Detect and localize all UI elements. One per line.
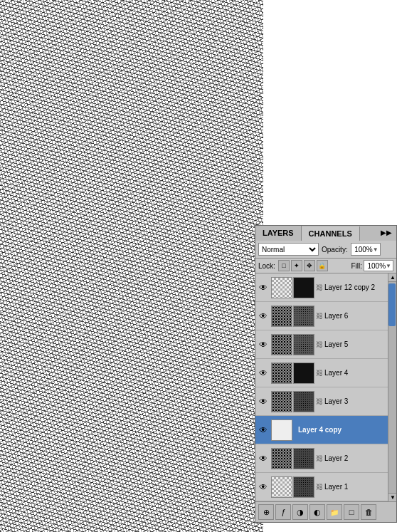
layer-item-1[interactable]: 👁 ⛓ Layer 1 — [255, 473, 388, 501]
layer-thumb-mask — [293, 277, 314, 298]
layer-chain-icon: ⛓ — [316, 454, 323, 462]
layer-thumb-main — [271, 476, 292, 498]
scroll-thumb[interactable] — [388, 283, 396, 326]
layer-thumb-main — [271, 277, 292, 298]
layer-name: Layer 12 copy 2 — [323, 283, 386, 291]
new-group-button[interactable]: 📁 — [327, 504, 342, 520]
scroll-down-arrow[interactable]: ▼ — [388, 493, 396, 501]
layer-thumb-mask — [293, 334, 314, 355]
visibility-eye[interactable]: 👁 — [257, 424, 270, 437]
layer-name: Layer 2 — [323, 454, 386, 462]
visibility-eye[interactable]: 👁 — [257, 452, 270, 465]
layer-chain-icon: ⛓ — [316, 283, 323, 291]
lock-label: Lock: — [258, 262, 275, 270]
layer-thumb-mask — [293, 476, 314, 498]
layer-item-2[interactable]: 👁 ⛓ Layer 2 — [255, 444, 388, 473]
layer-item-4[interactable]: 👁 ⛓ Layer 4 — [255, 359, 388, 387]
layer-thumb-main — [271, 334, 292, 355]
layer-thumb-main — [271, 363, 292, 384]
visibility-eye[interactable]: 👁 — [257, 395, 270, 408]
layer-chain-icon: ⛓ — [316, 369, 323, 377]
layer-thumb-main — [271, 391, 292, 412]
layer-chain-icon: ⛓ — [316, 312, 323, 320]
layer-name: Layer 4 copy — [294, 426, 386, 434]
lock-position-btn[interactable]: ✥ — [304, 260, 315, 271]
add-layer-style-button[interactable]: ƒ — [275, 504, 291, 520]
layer-name: Layer 5 — [323, 340, 386, 348]
visibility-eye[interactable]: 👁 — [257, 338, 270, 351]
opacity-input[interactable]: 100% ▼ — [351, 243, 381, 256]
layer-chain-icon: ⛓ — [316, 397, 323, 405]
fill-input[interactable]: 100% ▼ — [364, 260, 393, 271]
layer-thumb-mask — [293, 363, 314, 384]
visibility-eye[interactable]: 👁 — [257, 281, 270, 294]
visibility-eye[interactable]: 👁 — [257, 481, 270, 494]
panel-options-icon: ▶▶ — [381, 229, 392, 236]
layer-item-5[interactable]: 👁 ⛓ Layer 5 — [255, 330, 388, 359]
fill-label: Fill: — [351, 262, 362, 270]
lock-all-btn[interactable]: 🔒 — [317, 260, 328, 271]
opacity-arrow[interactable]: ▼ — [373, 246, 379, 253]
layer-thumb-main — [271, 419, 292, 441]
layer-name: Layer 3 — [323, 397, 386, 405]
delete-layer-button[interactable]: 🗑 — [361, 504, 376, 520]
add-mask-button[interactable]: ◑ — [292, 504, 308, 520]
layer-thumb-mask — [293, 391, 314, 412]
layer-thumb-mask — [293, 306, 314, 327]
scroll-up-arrow[interactable]: ▲ — [388, 273, 396, 282]
layer-chain-icon: ⛓ — [316, 340, 323, 348]
blend-mode-select[interactable]: Normal — [258, 243, 319, 256]
blend-mode-row: Normal Opacity: 100% ▼ — [255, 241, 396, 259]
link-layers-button[interactable]: ⊕ — [258, 504, 274, 520]
panel-scrollbar[interactable]: ▲ ▼ — [388, 273, 396, 501]
opacity-label: Opacity: — [322, 246, 348, 254]
layer-chain-icon: ⛓ — [316, 483, 323, 491]
layer-item-12copy2[interactable]: 👁 ⛓ Layer 12 copy 2 — [255, 273, 388, 302]
layer-name: Layer 6 — [323, 312, 386, 320]
panel-toolbar: ⊕ ƒ ◑ ◐ 📁 □ 🗑 — [255, 501, 396, 522]
layer-thumb-main — [271, 448, 292, 469]
adjustment-layer-button[interactable]: ◐ — [309, 504, 325, 520]
tab-channels[interactable]: CHANNELS — [302, 226, 360, 241]
layer-item-4copy[interactable]: 👁 Layer 4 copy — [255, 416, 388, 444]
layer-name: Layer 4 — [323, 369, 386, 377]
layer-name: Layer 1 — [323, 483, 386, 491]
layer-thumb-mask — [293, 448, 314, 469]
layers-panel: LAYERS CHANNELS ▶▶ Normal Opacity: 100% … — [255, 225, 397, 523]
tab-layers[interactable]: LAYERS — [255, 226, 302, 241]
panel-options-button[interactable]: ▶▶ — [376, 226, 396, 241]
lock-fill-row: Lock: □ ✦ ✥ 🔒 Fill: 100% ▼ — [255, 259, 396, 273]
new-layer-button[interactable]: □ — [344, 504, 359, 520]
lock-image-btn[interactable]: ✦ — [291, 260, 302, 271]
layer-item-6[interactable]: 👁 ⛓ Layer 6 — [255, 302, 388, 330]
layer-item-3[interactable]: 👁 ⛓ Layer 3 — [255, 387, 388, 416]
visibility-eye[interactable]: 👁 — [257, 310, 270, 323]
lock-transparent-btn[interactable]: □ — [278, 260, 290, 271]
visibility-eye[interactable]: 👁 — [257, 367, 270, 380]
layer-thumb-main — [271, 306, 292, 327]
fill-arrow[interactable]: ▼ — [386, 263, 391, 269]
